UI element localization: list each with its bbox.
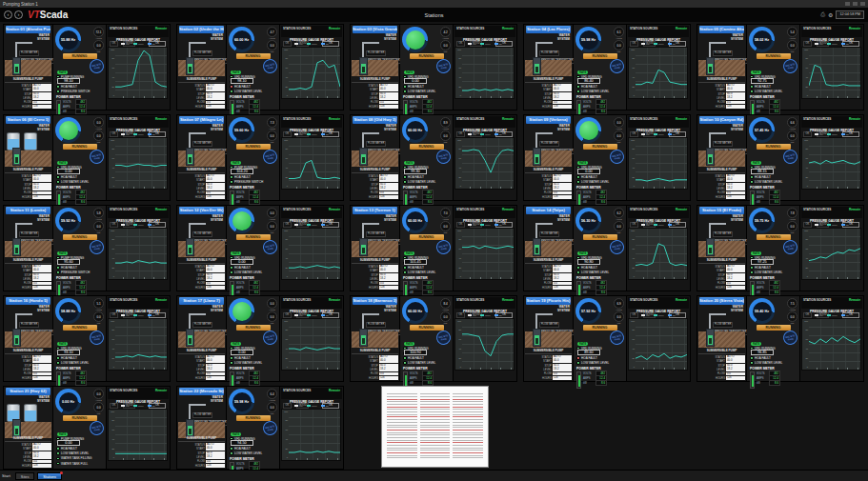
station-title[interactable]: Station 17 (Llano 7): [179, 297, 224, 305]
info-stamp[interactable]: SEE SITE PAGE: [609, 239, 626, 256]
pressure-trend-chart[interactable]: 100806040200: [801, 137, 861, 190]
pressure-trend-chart[interactable]: 100806040200: [454, 47, 515, 99]
info-stamp[interactable]: SEE SITE PAGE: [782, 58, 799, 75]
station-title[interactable]: Station 21 (Hwy 62): [6, 388, 50, 395]
station-panel[interactable]: Station 20 (Sierra Vista) WATERSYSTEM FL…: [696, 295, 864, 382]
station-title[interactable]: Station 05 (Camino Alto): [699, 26, 744, 33]
gear-icon[interactable]: ⚙: [828, 11, 833, 18]
station-panel[interactable]: Station 13 (Torreon 1) WATERSYSTEM FLOW …: [350, 205, 517, 291]
pressure-trend-chart[interactable]: 100806040200: [801, 47, 861, 99]
station-panel[interactable]: Station 08 (Old Hwy 3) WATERSYSTEM FLOW …: [350, 114, 517, 201]
station-title[interactable]: Station 06 (El Cerro 1): [6, 116, 50, 124]
pressure-trend-chart[interactable]: 100806040200: [281, 228, 341, 280]
info-stamp[interactable]: SEE SITE PAGE: [262, 330, 279, 347]
station-panel[interactable]: Station 04 (Las Flores) WATERSYSTEM FLOW…: [523, 24, 691, 110]
station-panel[interactable]: Station 16 (Hondo 5) WATERSYSTEM FLOW ME…: [3, 295, 171, 382]
info-stamp[interactable]: SEE SITE PAGE: [435, 239, 453, 256]
station-panel[interactable]: Station 17 (Llano 7) WATERSYSTEM FLOW ME…: [176, 295, 344, 382]
station-title[interactable]: Station 08 (Old Hwy 3): [353, 116, 397, 124]
info-stamp[interactable]: SEE SITE PAGE: [262, 58, 279, 75]
report-page[interactable]: [381, 386, 489, 468]
pressure-trend-chart[interactable]: 100806040200: [628, 137, 688, 190]
station-title[interactable]: Station 20 (Sierra Vista): [699, 297, 744, 305]
station-panel[interactable]: Station 14 (Talpa) WATERSYSTEM FLOW METE…: [523, 205, 691, 291]
station-title[interactable]: Station 07 (Milagro Ln): [179, 116, 224, 124]
station-title[interactable]: Station 12 (Van Der Mt): [179, 207, 224, 214]
pressure-trend-chart[interactable]: 100806040200: [628, 47, 688, 99]
info-stamp[interactable]: SEE SITE PAGE: [89, 58, 106, 75]
info-stamp[interactable]: SEE SITE PAGE: [782, 239, 799, 256]
pressure-trend-chart[interactable]: 100806040200: [454, 137, 515, 190]
station-title[interactable]: Station 14 (Talpa): [526, 207, 571, 214]
station-panel[interactable]: Station 02 (Under the Hill) WATERSYSTEM …: [176, 24, 344, 110]
station-panel[interactable]: Station 03 (Vista Grande) WATERSYSTEM FL…: [350, 24, 517, 110]
info-stamp[interactable]: SEE SITE PAGE: [89, 239, 106, 256]
info-stamp[interactable]: SEE SITE PAGE: [782, 149, 799, 166]
info-stamp[interactable]: SEE SITE PAGE: [89, 149, 106, 166]
info-stamp[interactable]: SEE SITE PAGE: [435, 149, 453, 166]
start-button[interactable]: Start: [2, 473, 10, 478]
pressure-trend-chart[interactable]: 100806040200: [454, 228, 515, 280]
legend-item: SP: [841, 314, 849, 317]
info-stamp[interactable]: SEE SITE PAGE: [435, 58, 453, 75]
pressure-trend-chart[interactable]: 100806040200: [628, 318, 688, 371]
info-stamp[interactable]: SEE SITE PAGE: [609, 330, 626, 347]
info-stamp[interactable]: SEE SITE PAGE: [89, 330, 106, 347]
pressure-trend-chart[interactable]: 100806040200: [801, 228, 861, 280]
water-system-label: WATERSYSTEM: [524, 305, 573, 312]
pressure-trend-chart[interactable]: 100806040200: [454, 318, 515, 371]
window-buttons[interactable]: [845, 2, 865, 6]
pressure-trend-chart[interactable]: 100806040200: [108, 137, 168, 190]
station-panel[interactable]: Station 05 (Camino Alto) WATERSYSTEM FLO…: [696, 24, 864, 110]
station-title[interactable]: Station 02 (Under the Hill): [179, 26, 224, 33]
remote-badge: Remote: [495, 27, 514, 30]
pressure-trend-chart[interactable]: 100806040200: [281, 137, 341, 190]
station-panel[interactable]: Station 18 (Barranco 3) WATERSYSTEM FLOW…: [350, 295, 517, 382]
info-stamp[interactable]: SEE SITE PAGE: [782, 330, 799, 347]
station-panel[interactable]: Station 22 (Mercado St) WATERSYSTEM FLOW…: [176, 386, 344, 470]
station-panel[interactable]: Station 12 (Van Der Mt) WATERSYSTEM FLOW…: [176, 205, 344, 291]
station-panel[interactable]: Station 10 (Canyon Rd) WATERSYSTEM FLOW …: [696, 114, 864, 201]
info-stamp[interactable]: SEE SITE PAGE: [262, 420, 279, 437]
info-stamp[interactable]: SEE SITE PAGE: [435, 330, 453, 347]
info-stamp[interactable]: SEE SITE PAGE: [262, 239, 279, 256]
station-title[interactable]: Station 13 (Torreon 1): [353, 207, 397, 214]
station-title[interactable]: Station 16 (Hondo 5): [6, 297, 50, 305]
station-title[interactable]: Station 03 (Vista Grande): [353, 26, 397, 33]
station-panel[interactable]: Station 09 (Verbena) WATERSYSTEM FLOW ME…: [523, 114, 691, 201]
station-title[interactable]: Station 09 (Verbena): [526, 116, 571, 124]
pressure-trend-chart[interactable]: 100806040200: [108, 228, 168, 280]
amps-gauge: 6.4: [267, 389, 277, 399]
info-stamp[interactable]: SEE SITE PAGE: [609, 58, 626, 75]
station-panel[interactable]: Station 06 (El Cerro 1) WATERSYSTEM FLOW…: [3, 114, 171, 201]
station-title[interactable]: Station 22 (Mercado St): [179, 388, 224, 395]
pressure-trend-chart[interactable]: 100806040200: [108, 318, 168, 371]
pressure-trend-chart[interactable]: 100806040200: [108, 409, 168, 461]
pressure-trend-chart[interactable]: 100806040200: [281, 47, 341, 99]
station-title[interactable]: Station 01 (Alondra Pump #1): [6, 26, 50, 33]
station-panel[interactable]: Station 07 (Milagro Ln) WATERSYSTEM FLOW…: [176, 114, 344, 201]
station-panel[interactable]: Station 15 (El Prado) WATERSYSTEM FLOW M…: [696, 205, 864, 291]
info-stamp[interactable]: SEE SITE PAGE: [609, 149, 626, 166]
station-panel[interactable]: Station 21 (Hwy 62) WATERSYSTEM FLOW MET…: [3, 386, 171, 470]
pressure-trend-chart[interactable]: 100806040200: [628, 228, 688, 280]
station-panel[interactable]: Station 01 (Alondra Pump #1) WATERSYSTEM…: [3, 24, 171, 110]
info-stamp[interactable]: SEE SITE PAGE: [262, 149, 279, 166]
station-title[interactable]: Station 15 (El Prado): [699, 207, 744, 214]
taskbar-tab-sites[interactable]: Sites: [15, 472, 34, 480]
station-title[interactable]: Station 19 (Picuris Hts): [526, 297, 571, 305]
pressure-trend-chart[interactable]: 100806040200: [281, 409, 341, 461]
printer-icon[interactable]: ⎙: [820, 11, 825, 18]
taskbar-tab-stations[interactable]: Stations: [37, 472, 62, 480]
station-title[interactable]: Station 18 (Barranco 3): [353, 297, 397, 305]
station-title[interactable]: Station 04 (Las Flores): [526, 26, 571, 33]
info-stamp[interactable]: SEE SITE PAGE: [89, 420, 106, 437]
pressure-trend-chart[interactable]: 100806040200: [281, 318, 341, 371]
station-panel[interactable]: Station 19 (Picuris Hts) WATERSYSTEM FLO…: [523, 295, 691, 382]
station-title[interactable]: Station 10 (Canyon Rd): [699, 116, 744, 124]
pressure-trend-chart[interactable]: 100806040200: [108, 47, 168, 99]
station-panel[interactable]: Station 11 (Lomita) WATERSYSTEM FLOW MET…: [3, 205, 171, 291]
pressure-trend-chart[interactable]: 100806040200: [801, 318, 861, 371]
rate-value: 0.00: [231, 259, 253, 265]
station-title[interactable]: Station 11 (Lomita): [6, 207, 50, 214]
